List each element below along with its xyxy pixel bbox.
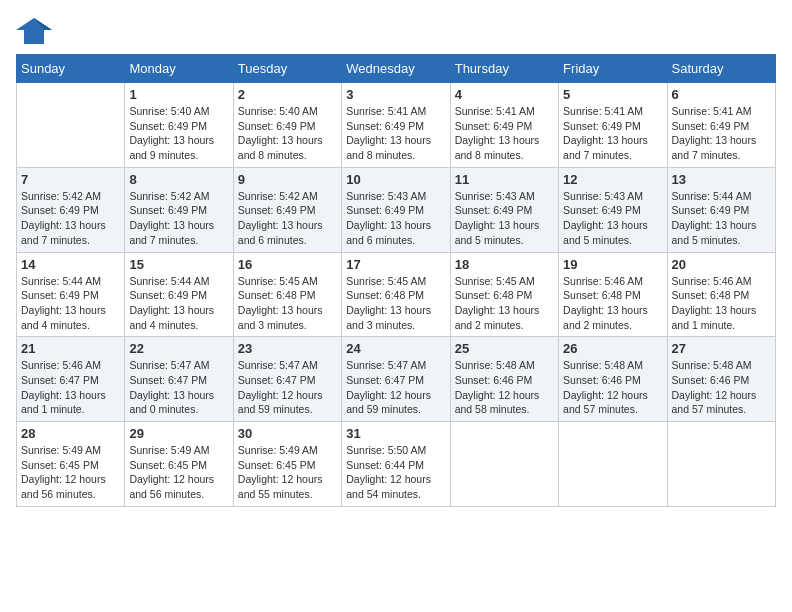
day-info: Sunrise: 5:45 AM Sunset: 6:48 PM Dayligh… bbox=[238, 274, 337, 333]
calendar-header-sunday: Sunday bbox=[17, 55, 125, 83]
calendar-cell: 5Sunrise: 5:41 AM Sunset: 6:49 PM Daylig… bbox=[559, 83, 667, 168]
calendar-cell bbox=[559, 422, 667, 507]
calendar-cell: 19Sunrise: 5:46 AM Sunset: 6:48 PM Dayli… bbox=[559, 252, 667, 337]
day-info: Sunrise: 5:48 AM Sunset: 6:46 PM Dayligh… bbox=[455, 358, 554, 417]
day-info: Sunrise: 5:45 AM Sunset: 6:48 PM Dayligh… bbox=[455, 274, 554, 333]
calendar-week-row: 28Sunrise: 5:49 AM Sunset: 6:45 PM Dayli… bbox=[17, 422, 776, 507]
calendar-cell: 27Sunrise: 5:48 AM Sunset: 6:46 PM Dayli… bbox=[667, 337, 775, 422]
day-info: Sunrise: 5:41 AM Sunset: 6:49 PM Dayligh… bbox=[455, 104, 554, 163]
day-number: 14 bbox=[21, 257, 120, 272]
day-info: Sunrise: 5:49 AM Sunset: 6:45 PM Dayligh… bbox=[238, 443, 337, 502]
day-number: 11 bbox=[455, 172, 554, 187]
calendar-header-monday: Monday bbox=[125, 55, 233, 83]
calendar-cell: 22Sunrise: 5:47 AM Sunset: 6:47 PM Dayli… bbox=[125, 337, 233, 422]
day-number: 1 bbox=[129, 87, 228, 102]
day-number: 25 bbox=[455, 341, 554, 356]
day-info: Sunrise: 5:44 AM Sunset: 6:49 PM Dayligh… bbox=[672, 189, 771, 248]
day-number: 23 bbox=[238, 341, 337, 356]
calendar-cell: 1Sunrise: 5:40 AM Sunset: 6:49 PM Daylig… bbox=[125, 83, 233, 168]
calendar-cell: 23Sunrise: 5:47 AM Sunset: 6:47 PM Dayli… bbox=[233, 337, 341, 422]
day-number: 22 bbox=[129, 341, 228, 356]
calendar-cell: 28Sunrise: 5:49 AM Sunset: 6:45 PM Dayli… bbox=[17, 422, 125, 507]
calendar-cell bbox=[17, 83, 125, 168]
day-number: 5 bbox=[563, 87, 662, 102]
day-number: 16 bbox=[238, 257, 337, 272]
day-number: 6 bbox=[672, 87, 771, 102]
day-info: Sunrise: 5:49 AM Sunset: 6:45 PM Dayligh… bbox=[129, 443, 228, 502]
calendar-cell: 4Sunrise: 5:41 AM Sunset: 6:49 PM Daylig… bbox=[450, 83, 558, 168]
day-number: 18 bbox=[455, 257, 554, 272]
day-info: Sunrise: 5:41 AM Sunset: 6:49 PM Dayligh… bbox=[563, 104, 662, 163]
day-number: 3 bbox=[346, 87, 445, 102]
calendar-cell bbox=[450, 422, 558, 507]
page-header bbox=[16, 16, 776, 46]
calendar-header-thursday: Thursday bbox=[450, 55, 558, 83]
day-number: 27 bbox=[672, 341, 771, 356]
calendar-table: SundayMondayTuesdayWednesdayThursdayFrid… bbox=[16, 54, 776, 507]
day-number: 13 bbox=[672, 172, 771, 187]
day-info: Sunrise: 5:43 AM Sunset: 6:49 PM Dayligh… bbox=[346, 189, 445, 248]
calendar-cell: 6Sunrise: 5:41 AM Sunset: 6:49 PM Daylig… bbox=[667, 83, 775, 168]
day-number: 15 bbox=[129, 257, 228, 272]
day-info: Sunrise: 5:43 AM Sunset: 6:49 PM Dayligh… bbox=[563, 189, 662, 248]
day-number: 2 bbox=[238, 87, 337, 102]
day-info: Sunrise: 5:49 AM Sunset: 6:45 PM Dayligh… bbox=[21, 443, 120, 502]
day-info: Sunrise: 5:43 AM Sunset: 6:49 PM Dayligh… bbox=[455, 189, 554, 248]
day-number: 8 bbox=[129, 172, 228, 187]
logo-icon bbox=[16, 16, 52, 46]
calendar-header-friday: Friday bbox=[559, 55, 667, 83]
day-number: 30 bbox=[238, 426, 337, 441]
calendar-cell: 20Sunrise: 5:46 AM Sunset: 6:48 PM Dayli… bbox=[667, 252, 775, 337]
calendar-cell: 16Sunrise: 5:45 AM Sunset: 6:48 PM Dayli… bbox=[233, 252, 341, 337]
day-number: 7 bbox=[21, 172, 120, 187]
calendar-cell: 15Sunrise: 5:44 AM Sunset: 6:49 PM Dayli… bbox=[125, 252, 233, 337]
calendar-body: 1Sunrise: 5:40 AM Sunset: 6:49 PM Daylig… bbox=[17, 83, 776, 507]
calendar-cell: 24Sunrise: 5:47 AM Sunset: 6:47 PM Dayli… bbox=[342, 337, 450, 422]
calendar-cell: 8Sunrise: 5:42 AM Sunset: 6:49 PM Daylig… bbox=[125, 167, 233, 252]
day-number: 19 bbox=[563, 257, 662, 272]
day-info: Sunrise: 5:40 AM Sunset: 6:49 PM Dayligh… bbox=[129, 104, 228, 163]
calendar-week-row: 7Sunrise: 5:42 AM Sunset: 6:49 PM Daylig… bbox=[17, 167, 776, 252]
day-number: 28 bbox=[21, 426, 120, 441]
calendar-week-row: 1Sunrise: 5:40 AM Sunset: 6:49 PM Daylig… bbox=[17, 83, 776, 168]
calendar-cell: 26Sunrise: 5:48 AM Sunset: 6:46 PM Dayli… bbox=[559, 337, 667, 422]
calendar-cell bbox=[667, 422, 775, 507]
day-number: 31 bbox=[346, 426, 445, 441]
day-info: Sunrise: 5:44 AM Sunset: 6:49 PM Dayligh… bbox=[129, 274, 228, 333]
day-number: 10 bbox=[346, 172, 445, 187]
calendar-header-tuesday: Tuesday bbox=[233, 55, 341, 83]
calendar-cell: 29Sunrise: 5:49 AM Sunset: 6:45 PM Dayli… bbox=[125, 422, 233, 507]
calendar-cell: 31Sunrise: 5:50 AM Sunset: 6:44 PM Dayli… bbox=[342, 422, 450, 507]
day-info: Sunrise: 5:47 AM Sunset: 6:47 PM Dayligh… bbox=[238, 358, 337, 417]
day-info: Sunrise: 5:42 AM Sunset: 6:49 PM Dayligh… bbox=[238, 189, 337, 248]
day-info: Sunrise: 5:46 AM Sunset: 6:48 PM Dayligh… bbox=[672, 274, 771, 333]
calendar-header-saturday: Saturday bbox=[667, 55, 775, 83]
svg-marker-0 bbox=[16, 18, 52, 44]
day-info: Sunrise: 5:48 AM Sunset: 6:46 PM Dayligh… bbox=[563, 358, 662, 417]
calendar-cell: 21Sunrise: 5:46 AM Sunset: 6:47 PM Dayli… bbox=[17, 337, 125, 422]
calendar-cell: 30Sunrise: 5:49 AM Sunset: 6:45 PM Dayli… bbox=[233, 422, 341, 507]
day-info: Sunrise: 5:46 AM Sunset: 6:48 PM Dayligh… bbox=[563, 274, 662, 333]
calendar-week-row: 21Sunrise: 5:46 AM Sunset: 6:47 PM Dayli… bbox=[17, 337, 776, 422]
day-number: 29 bbox=[129, 426, 228, 441]
calendar-cell: 12Sunrise: 5:43 AM Sunset: 6:49 PM Dayli… bbox=[559, 167, 667, 252]
calendar-cell: 3Sunrise: 5:41 AM Sunset: 6:49 PM Daylig… bbox=[342, 83, 450, 168]
day-info: Sunrise: 5:47 AM Sunset: 6:47 PM Dayligh… bbox=[129, 358, 228, 417]
day-number: 17 bbox=[346, 257, 445, 272]
day-info: Sunrise: 5:41 AM Sunset: 6:49 PM Dayligh… bbox=[346, 104, 445, 163]
calendar-cell: 25Sunrise: 5:48 AM Sunset: 6:46 PM Dayli… bbox=[450, 337, 558, 422]
calendar-header-row: SundayMondayTuesdayWednesdayThursdayFrid… bbox=[17, 55, 776, 83]
calendar-cell: 2Sunrise: 5:40 AM Sunset: 6:49 PM Daylig… bbox=[233, 83, 341, 168]
day-info: Sunrise: 5:48 AM Sunset: 6:46 PM Dayligh… bbox=[672, 358, 771, 417]
day-number: 21 bbox=[21, 341, 120, 356]
calendar-cell: 10Sunrise: 5:43 AM Sunset: 6:49 PM Dayli… bbox=[342, 167, 450, 252]
calendar-cell: 18Sunrise: 5:45 AM Sunset: 6:48 PM Dayli… bbox=[450, 252, 558, 337]
day-info: Sunrise: 5:40 AM Sunset: 6:49 PM Dayligh… bbox=[238, 104, 337, 163]
day-info: Sunrise: 5:42 AM Sunset: 6:49 PM Dayligh… bbox=[129, 189, 228, 248]
day-number: 9 bbox=[238, 172, 337, 187]
calendar-cell: 9Sunrise: 5:42 AM Sunset: 6:49 PM Daylig… bbox=[233, 167, 341, 252]
calendar-week-row: 14Sunrise: 5:44 AM Sunset: 6:49 PM Dayli… bbox=[17, 252, 776, 337]
day-info: Sunrise: 5:41 AM Sunset: 6:49 PM Dayligh… bbox=[672, 104, 771, 163]
calendar-header-wednesday: Wednesday bbox=[342, 55, 450, 83]
calendar-cell: 11Sunrise: 5:43 AM Sunset: 6:49 PM Dayli… bbox=[450, 167, 558, 252]
